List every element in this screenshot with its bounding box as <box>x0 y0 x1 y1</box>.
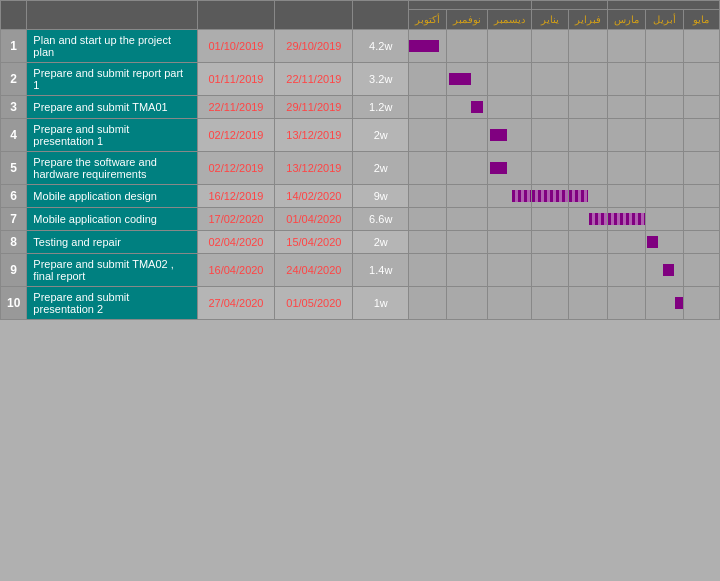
row-id: 9 <box>1 254 27 287</box>
row-id: 1 <box>1 30 27 63</box>
finish-date: 29/11/2019 <box>275 96 353 119</box>
gantt-bar-cell <box>607 254 645 287</box>
gantt-bar-cell <box>683 152 719 185</box>
gantt-bar-cell <box>568 185 607 208</box>
gantt-bar-cell <box>488 119 532 152</box>
finish-date: 15/04/2020 <box>275 231 353 254</box>
task-name: Prepare and submit report part 1 <box>27 63 197 96</box>
gantt-bar <box>471 101 483 113</box>
q1-20-header <box>532 1 608 10</box>
duration: 2w <box>353 152 409 185</box>
finish-date: 13/12/2019 <box>275 119 353 152</box>
gantt-bar-cell <box>683 119 719 152</box>
header-row-quarters <box>1 1 720 10</box>
duration: 2w <box>353 119 409 152</box>
gantt-bar-cell <box>447 152 488 185</box>
gantt-bar-cell <box>568 152 607 185</box>
gantt-bar-cell <box>645 185 683 208</box>
gantt-bar-cell <box>607 185 645 208</box>
gantt-bar-cell <box>409 63 447 96</box>
start-date: 01/10/2019 <box>197 30 275 63</box>
table-row: 1Plan and start up the project plan01/10… <box>1 30 720 63</box>
gantt-bar-cell <box>568 119 607 152</box>
start-date: 02/12/2019 <box>197 152 275 185</box>
finish-date: 13/12/2019 <box>275 152 353 185</box>
gantt-bar <box>608 213 645 225</box>
task-name: Testing and repair <box>27 231 197 254</box>
taskname-header <box>27 1 197 30</box>
gantt-bar-cell <box>532 119 569 152</box>
start-date: 02/04/2020 <box>197 231 275 254</box>
gantt-bar-cell <box>488 287 532 320</box>
finish-date: 29/10/2019 <box>275 30 353 63</box>
start-date: 16/12/2019 <box>197 185 275 208</box>
gantt-bar-cell <box>683 287 719 320</box>
gantt-bar-cell <box>488 231 532 254</box>
table-row: 6Mobile application design16/12/201914/0… <box>1 185 720 208</box>
gantt-bar-cell <box>532 231 569 254</box>
gantt-bar-cell <box>645 96 683 119</box>
row-id: 4 <box>1 119 27 152</box>
gantt-bar-cell <box>532 63 569 96</box>
month-feb: فبراير <box>568 10 607 30</box>
task-name: Prepare the software and hardware requir… <box>27 152 197 185</box>
q4-19-header <box>409 1 532 10</box>
gantt-bar-cell <box>409 287 447 320</box>
gantt-bar-cell <box>568 254 607 287</box>
gantt-bar <box>569 190 588 202</box>
task-name: Prepare and submit TMA02 , final report <box>27 254 197 287</box>
gantt-bar <box>490 129 506 141</box>
gantt-bar-cell <box>607 119 645 152</box>
gantt-bar-cell <box>532 152 569 185</box>
month-nov: نوفمبر <box>447 10 488 30</box>
gantt-bar-cell <box>645 208 683 231</box>
table-row: 9Prepare and submit TMA02 , final report… <box>1 254 720 287</box>
duration: 1w <box>353 287 409 320</box>
start-date: 02/12/2019 <box>197 119 275 152</box>
duration: 3.2w <box>353 63 409 96</box>
task-name: Prepare and submit TMA01 <box>27 96 197 119</box>
gantt-bar-cell <box>568 287 607 320</box>
gantt-bar-cell <box>607 152 645 185</box>
gantt-bar-cell <box>645 63 683 96</box>
finish-date: 14/02/2020 <box>275 185 353 208</box>
gantt-bar <box>490 162 506 174</box>
gantt-bar-cell <box>409 30 447 63</box>
gantt-bar-cell <box>488 254 532 287</box>
gantt-bar-cell <box>532 30 569 63</box>
gantt-bar-cell <box>409 254 447 287</box>
gantt-bar <box>409 40 439 52</box>
gantt-bar-cell <box>568 30 607 63</box>
gantt-bar-cell <box>409 119 447 152</box>
gantt-bar-cell <box>532 287 569 320</box>
duration: 2w <box>353 231 409 254</box>
table-row: 2Prepare and submit report part 101/11/2… <box>1 63 720 96</box>
table-row: 5Prepare the software and hardware requi… <box>1 152 720 185</box>
gantt-bar <box>647 236 658 248</box>
task-name: Mobile application design <box>27 185 197 208</box>
gantt-bar-cell <box>683 254 719 287</box>
finish-date: 01/04/2020 <box>275 208 353 231</box>
gantt-bar-cell <box>607 231 645 254</box>
gantt-bar-cell <box>447 119 488 152</box>
start-date: 17/02/2020 <box>197 208 275 231</box>
gantt-bar-cell <box>645 30 683 63</box>
gantt-bar-cell <box>645 287 683 320</box>
gantt-bar-cell <box>488 30 532 63</box>
gantt-bar-cell <box>607 63 645 96</box>
task-name: Plan and start up the project plan <box>27 30 197 63</box>
gantt-bar-cell <box>488 63 532 96</box>
table-row: 4Prepare and submit presentation 102/12/… <box>1 119 720 152</box>
gantt-bar-cell <box>447 208 488 231</box>
row-id: 6 <box>1 185 27 208</box>
month-oct: أكتوبر <box>409 10 447 30</box>
gantt-bar-cell <box>447 231 488 254</box>
gantt-bar-cell <box>532 185 569 208</box>
start-header <box>197 1 275 30</box>
gantt-bar <box>532 190 568 202</box>
month-dec: ديسمبر <box>488 10 532 30</box>
gantt-bar-cell <box>683 208 719 231</box>
task-name: Prepare and submit presentation 2 <box>27 287 197 320</box>
gantt-bar-cell <box>488 208 532 231</box>
gantt-bar-cell <box>409 185 447 208</box>
